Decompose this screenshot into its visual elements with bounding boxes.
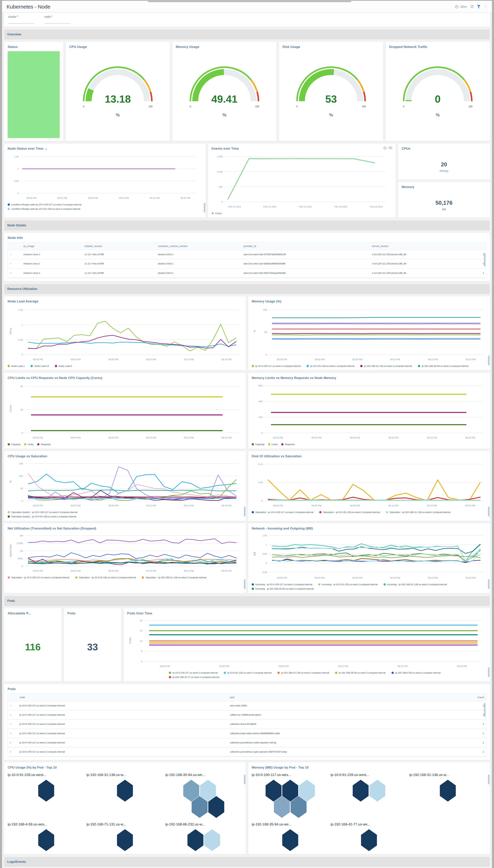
table-row[interactable]: 1Amazon Linux 2v1.13.7-eks-c57ff8docker:… bbox=[8, 250, 486, 259]
status-health-block[interactable] bbox=[8, 51, 60, 138]
legend-item[interactable]: ip-192-168-31-138.us-west-2.compute.inte… bbox=[278, 671, 329, 674]
legend-item[interactable]: ip-10-0-100-117.us-west-2.compute.intern… bbox=[169, 671, 218, 674]
pod-hexagon[interactable] bbox=[117, 780, 133, 802]
events-chart[interactable]: 05001,0001,500Feb 10 2021Feb 12 2021Feb … bbox=[212, 152, 389, 210]
legend-item[interactable]: Incoming - ip-192-168-35-94.us-west-2.co… bbox=[252, 588, 314, 590]
legend-item[interactable]: Saturation - ip-10-0-100-117.us-west-2.c… bbox=[8, 576, 69, 579]
node-status-chart[interactable]: 00.5011.5008:55 PM09:00 PM09:05 PM09:10 … bbox=[8, 152, 199, 201]
time-range-control[interactable]: -30m bbox=[455, 5, 467, 9]
legend-item[interactable]: Saturation - ip-10-0-100-117.us-west-2.c… bbox=[252, 511, 314, 513]
table-row[interactable]: 2Amazon Linux 2v1.13.7-eks-c57ff8docker:… bbox=[8, 259, 486, 269]
node-input[interactable] bbox=[44, 19, 71, 24]
legend-item[interactable]: ip-192-168-35-94.us-west-2.compute.inter… bbox=[335, 671, 385, 674]
cpu-limits-chart[interactable]: 0204008:55 PM09:00 PM09:05 PM09:10 PM09:… bbox=[8, 381, 242, 440]
svg-text:09:10 PM: 09:10 PM bbox=[146, 570, 156, 572]
legend-scrollbar[interactable] bbox=[488, 356, 490, 365]
legend-item[interactable]: ip-192-168-42-77.us-west-2.compute.inter… bbox=[169, 676, 219, 678]
column-header[interactable]: container_runtime_version bbox=[156, 242, 242, 250]
legend-item[interactable]: Capacity bbox=[252, 443, 265, 446]
legend-item[interactable]: Requests bbox=[37, 443, 51, 446]
legend-item[interactable]: Limits bbox=[24, 443, 34, 446]
table-row[interactable]: 6ip-10-0-100-117.us-west-2.compute.inter… bbox=[8, 747, 486, 756]
legend-item[interactable]: Node Load 1 bbox=[8, 365, 25, 367]
legend-item[interactable]: Saturation - ip-10-0-91-228.us-west-2.co… bbox=[75, 576, 136, 579]
table-scrollbar[interactable] bbox=[484, 253, 486, 267]
disk-io-chart[interactable]: 00.050.1008:55 PM09:00 PM09:05 PM09:10 P… bbox=[252, 460, 486, 509]
legend-item[interactable]: Saturation (load1) - ip-10-0-91-228.us-w… bbox=[8, 515, 76, 518]
memory-limits-chart[interactable]: 020G40G60G08:55 PM09:00 PM09:05 PM09:10 … bbox=[252, 381, 486, 440]
legend-item[interactable]: Saturation - ip-192-168-31-138.us-west-2… bbox=[142, 576, 206, 579]
pod-hexagon[interactable] bbox=[38, 780, 54, 802]
legend-item[interactable]: ip-192-168-31-138.us-west-2.compute.inte… bbox=[360, 365, 412, 367]
column-header[interactable]: kubelet_version bbox=[82, 242, 156, 250]
legend-swatch-icon bbox=[8, 208, 10, 210]
legend-item[interactable]: Node Load 15 bbox=[31, 365, 49, 367]
legend-scrollbar[interactable] bbox=[488, 507, 490, 516]
column-header[interactable]: provider_id bbox=[242, 242, 370, 250]
column-header[interactable]: kernel_version bbox=[370, 242, 471, 250]
legend-item[interactable]: Requests bbox=[281, 443, 295, 446]
warning-icon[interactable]: ▲! bbox=[45, 147, 48, 150]
legend-item[interactable]: condition=Ready node=ip-10-0-100-117.us-… bbox=[8, 203, 81, 206]
pod-hexagon[interactable] bbox=[187, 829, 203, 851]
network-mb-chart[interactable]: -0.5000.5011.5008:55 PM09:00 PM09:05 PM0… bbox=[252, 532, 486, 581]
legend-scrollbar[interactable] bbox=[244, 579, 245, 589]
legend-item[interactable]: Incoming - ip-10-0-100-117.us-west-2.com… bbox=[252, 583, 312, 586]
legend-item[interactable]: Saturation - ip-192-168-31-138.us-west-2… bbox=[386, 511, 450, 513]
legend-item[interactable]: Count bbox=[212, 212, 222, 215]
legend-item[interactable]: Saturation (load1) - ip-10-0-100-117.us-… bbox=[8, 511, 77, 513]
column-header[interactable] bbox=[471, 242, 486, 250]
legend-item[interactable]: Limits bbox=[268, 443, 278, 446]
legend-item[interactable]: Saturation - ip-10-0-91-228.us-west-2.co… bbox=[319, 511, 380, 513]
refresh-icon[interactable] bbox=[470, 5, 474, 9]
legend-item[interactable]: ip-10-0-100-117.us-west-2.compute.intern… bbox=[252, 365, 301, 367]
table-row[interactable]: 1ip-10-0-100-117.us-west-2.compute.inter… bbox=[8, 701, 486, 710]
pod-hexagon[interactable] bbox=[282, 829, 298, 851]
pod-hexagon[interactable] bbox=[353, 780, 368, 802]
column-header[interactable]: Count bbox=[448, 693, 486, 701]
net-utilization-chart[interactable]: 0500k1M1.50M2M08:55 PM09:00 PM09:05 PM09… bbox=[8, 532, 242, 574]
filter-icon[interactable] bbox=[477, 5, 480, 9]
legend-scrollbar[interactable] bbox=[244, 507, 245, 516]
kebab-menu-icon[interactable]: ⋮ bbox=[483, 4, 488, 9]
column-header[interactable]: node bbox=[17, 693, 228, 701]
column-header[interactable]: os_image bbox=[21, 242, 82, 250]
pod-hexagon[interactable] bbox=[361, 829, 377, 851]
svg-text:-0.50: -0.50 bbox=[262, 571, 267, 574]
pod-hexagon[interactable] bbox=[369, 780, 385, 802]
panel-time-badge[interactable]: -7D bbox=[383, 146, 392, 150]
legend-item[interactable]: Incoming - ip-192-168-31-138.us-west-2.c… bbox=[383, 583, 447, 586]
column-header[interactable]: pod bbox=[228, 693, 448, 701]
node-load-chart[interactable]: 00.5011.5008:55 PM09:00 PM09:05 PM09:10 … bbox=[8, 305, 242, 362]
legend-item[interactable]: Node Load 5 bbox=[55, 365, 72, 367]
legend-item[interactable]: ip-192-168-35-94.us-west-2.compute.inter… bbox=[418, 365, 468, 367]
legend-item[interactable]: ip-10-0-91-228.us-west-2.compute.interna… bbox=[224, 671, 271, 674]
table-row[interactable]: 3Amazon Linux 2v1.13.7-eks-c57ff8docker:… bbox=[8, 269, 486, 278]
pod-hexagon[interactable] bbox=[204, 829, 220, 851]
legend-item[interactable]: Capacity bbox=[8, 443, 20, 446]
table-scrollbar[interactable] bbox=[484, 703, 486, 717]
table-row[interactable]: 4ip-10-0-100-117.us-west-2.compute.inter… bbox=[8, 729, 486, 738]
legend-item[interactable]: Incoming - ip-10-0-91-228.us-west-2.comp… bbox=[318, 583, 378, 586]
cpu-saturation-chart[interactable]: 05010015008:55 PM09:00 PM09:05 PM09:10 P… bbox=[8, 460, 242, 509]
memory-usage-chart[interactable]: 05010008:55 PM09:00 PM09:05 PM09:10 PM09… bbox=[252, 305, 486, 362]
pod-hexagon[interactable] bbox=[38, 829, 54, 851]
svg-text:09:20 PM: 09:20 PM bbox=[222, 504, 231, 507]
svg-text:20: 20 bbox=[20, 409, 23, 411]
pod-hexagon[interactable] bbox=[117, 829, 133, 851]
legend-scrollbar[interactable] bbox=[488, 579, 490, 589]
pod-hexagon[interactable] bbox=[440, 780, 456, 802]
legend-scrollbar[interactable] bbox=[204, 203, 205, 213]
pods-over-time-chart[interactable]: 0510152008:55 PM09:00 PM09:05 PM09:10 PM… bbox=[127, 617, 485, 669]
cluster-input[interactable] bbox=[8, 19, 34, 24]
panel-scrollbar[interactable] bbox=[244, 775, 245, 784]
legend-item[interactable]: ip-192-168-4-59.us-west-2.compute.intern… bbox=[392, 671, 441, 674]
table-cell: docker://18.6.1 bbox=[156, 259, 242, 269]
legend-item[interactable]: condition=Ready node=ip-10-0-91-228.us-w… bbox=[8, 208, 80, 210]
table-row[interactable]: 3ip-10-0-100-117.us-west-2.compute.inter… bbox=[8, 719, 486, 729]
legend-item[interactable]: ip-10-0-91-228.us-west-2.compute.interna… bbox=[307, 365, 354, 367]
table-row[interactable]: 2ip-10-0-100-117.us-west-2.compute.inter… bbox=[8, 710, 486, 719]
panel-scrollbar[interactable] bbox=[488, 775, 490, 784]
table-row[interactable]: 5ip-10-0-100-117.us-west-2.compute.inter… bbox=[8, 738, 486, 747]
legend-scrollbar[interactable] bbox=[488, 667, 490, 677]
